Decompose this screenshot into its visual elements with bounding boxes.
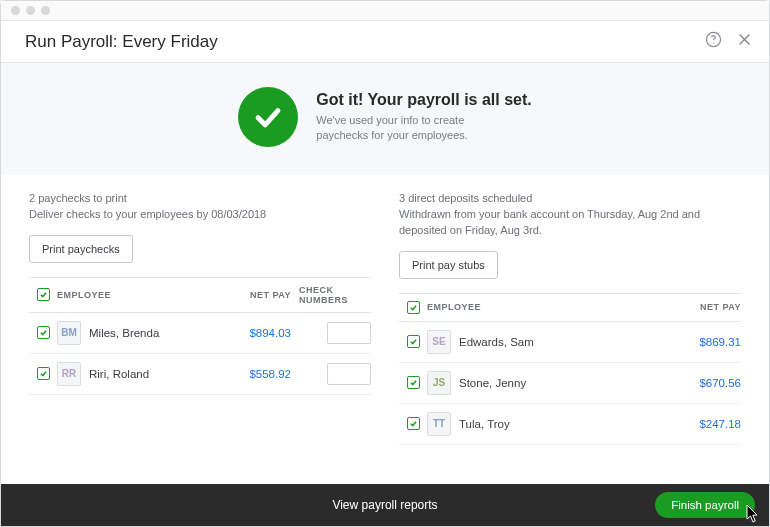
employee-avatar: RR bbox=[57, 362, 81, 386]
close-icon[interactable] bbox=[736, 31, 753, 52]
print-paychecks-button[interactable]: Print paychecks bbox=[29, 235, 133, 263]
row-checkbox[interactable] bbox=[407, 376, 420, 389]
net-pay-value[interactable]: $558.92 bbox=[221, 368, 291, 380]
direct-deposits-column: 3 direct deposits scheduled Withdrawn fr… bbox=[399, 191, 741, 474]
view-payroll-reports-link[interactable]: View payroll reports bbox=[332, 498, 437, 512]
col-header-employee: EMPLOYEE bbox=[57, 290, 221, 300]
success-check-icon bbox=[238, 87, 298, 147]
row-checkbox[interactable] bbox=[407, 335, 420, 348]
table-row: SEEdwards, Sam$869.31 bbox=[399, 322, 741, 363]
net-pay-value[interactable]: $869.31 bbox=[671, 336, 741, 348]
employee-name: Miles, Brenda bbox=[89, 327, 159, 339]
employee-name: Stone, Jenny bbox=[459, 377, 526, 389]
col-header-checknum: CHECK NUMBERS bbox=[291, 285, 371, 305]
paychecks-column: 2 paychecks to print Deliver checks to y… bbox=[29, 191, 371, 474]
page-title: Run Payroll: Every Friday bbox=[25, 32, 218, 52]
table-row: BMMiles, Brenda$894.03 bbox=[29, 313, 371, 354]
employee-avatar: JS bbox=[427, 371, 451, 395]
traffic-light-close[interactable] bbox=[11, 6, 20, 15]
paychecks-summary-sub: Deliver checks to your employees by 08/0… bbox=[29, 207, 371, 223]
net-pay-value[interactable]: $247.18 bbox=[671, 418, 741, 430]
table-row: JSStone, Jenny$670.56 bbox=[399, 363, 741, 404]
employee-name: Tula, Troy bbox=[459, 418, 510, 430]
help-icon[interactable] bbox=[705, 31, 722, 52]
window-chrome bbox=[1, 1, 769, 21]
traffic-light-max[interactable] bbox=[41, 6, 50, 15]
deposits-summary-sub: Withdrawn from your bank account on Thur… bbox=[399, 207, 741, 239]
row-checkbox[interactable] bbox=[407, 417, 420, 430]
paychecks-summary-title: 2 paychecks to print bbox=[29, 191, 371, 207]
table-row: RRRiri, Roland$558.92 bbox=[29, 354, 371, 395]
employee-avatar: BM bbox=[57, 321, 81, 345]
print-pay-stubs-button[interactable]: Print pay stubs bbox=[399, 251, 498, 279]
row-checkbox[interactable] bbox=[37, 367, 50, 380]
confirmation-banner: Got it! Your payroll is all set. We've u… bbox=[1, 63, 769, 175]
confirmation-subtext: We've used your info to createpaychecks … bbox=[316, 113, 531, 144]
check-number-input[interactable] bbox=[327, 322, 371, 344]
deposits-summary-title: 3 direct deposits scheduled bbox=[399, 191, 741, 207]
traffic-light-min[interactable] bbox=[26, 6, 35, 15]
content-area: 2 paychecks to print Deliver checks to y… bbox=[1, 175, 769, 484]
employee-name: Edwards, Sam bbox=[459, 336, 534, 348]
row-checkbox[interactable] bbox=[37, 326, 50, 339]
deposits-table-header: EMPLOYEE NET PAY bbox=[399, 293, 741, 322]
paychecks-table-header: EMPLOYEE NET PAY CHECK NUMBERS bbox=[29, 277, 371, 313]
payroll-window: Run Payroll: Every Friday Got it! Your p… bbox=[0, 0, 770, 527]
col-header-netpay: NET PAY bbox=[221, 290, 291, 300]
net-pay-value[interactable]: $670.56 bbox=[671, 377, 741, 389]
svg-point-1 bbox=[713, 42, 714, 43]
title-bar: Run Payroll: Every Friday bbox=[1, 21, 769, 63]
confirmation-title: Got it! Your payroll is all set. bbox=[316, 91, 531, 109]
col-header-netpay: NET PAY bbox=[671, 302, 741, 312]
select-all-paychecks-checkbox[interactable] bbox=[37, 288, 50, 301]
footer-bar: View payroll reports Finish payroll bbox=[1, 484, 769, 526]
net-pay-value[interactable]: $894.03 bbox=[221, 327, 291, 339]
employee-avatar: TT bbox=[427, 412, 451, 436]
employee-avatar: SE bbox=[427, 330, 451, 354]
col-header-employee: EMPLOYEE bbox=[427, 302, 671, 312]
employee-name: Riri, Roland bbox=[89, 368, 149, 380]
check-number-input[interactable] bbox=[327, 363, 371, 385]
finish-payroll-button[interactable]: Finish payroll bbox=[655, 492, 755, 518]
table-row: TTTula, Troy$247.18 bbox=[399, 404, 741, 445]
select-all-deposits-checkbox[interactable] bbox=[407, 301, 420, 314]
